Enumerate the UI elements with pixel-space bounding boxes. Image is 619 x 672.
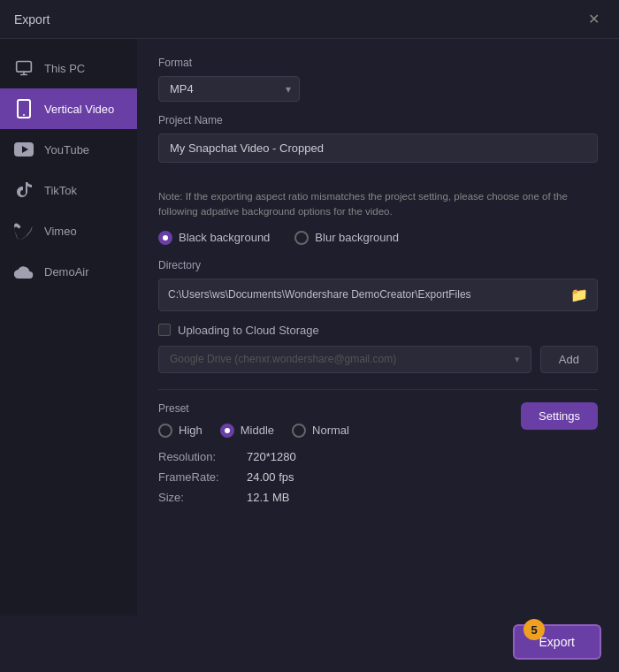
framerate-key: FrameRate: (158, 470, 247, 484)
sidebar-label-vimeo: Vimeo (44, 225, 77, 238)
preset-middle-option[interactable]: Middle (220, 424, 274, 438)
resolution-row: Resolution: 720*1280 (158, 450, 598, 463)
size-value: 12.1 MB (247, 491, 289, 504)
preset-middle-radio[interactable] (220, 424, 234, 438)
settings-button[interactable]: Settings (521, 402, 598, 430)
computer-icon (14, 58, 34, 78)
preset-high-option[interactable]: High (158, 424, 203, 438)
cloud-storage-row: Uploading to Cloud Storage (158, 324, 598, 337)
directory-section: Directory C:\Users\ws\Documents\Wondersh… (158, 259, 598, 311)
sidebar-label-vertical-video: Vertical Video (44, 103, 114, 116)
cloud-drive-row: Google Drive (chenxr.wondershare@gmail.c… (158, 346, 598, 373)
phone-icon (14, 99, 34, 118)
black-background-option[interactable]: Black background (158, 231, 270, 245)
preset-section: Preset High Middle Normal (158, 402, 598, 438)
preset-high-radio[interactable] (158, 424, 172, 438)
blur-background-option[interactable]: Blur background (294, 231, 399, 245)
sidebar-item-tiktok[interactable]: TikTok (0, 170, 137, 210)
cloud-drive-placeholder: Google Drive (chenxr.wondershare@gmail.c… (170, 353, 396, 365)
format-label: Format (158, 57, 598, 69)
cloud-storage-label: Uploading to Cloud Storage (178, 324, 319, 337)
format-select-wrapper: MP4 AVI MOV GIF MP3 ▾ (158, 76, 300, 102)
svg-rect-0 (17, 62, 32, 73)
export-window: Export ✕ This PC Vertical Video (0, 0, 619, 672)
add-button[interactable]: Add (540, 346, 598, 373)
step-badge: 5 (523, 619, 545, 640)
sidebar-label-youtube: YouTube (44, 143, 89, 157)
preset-label: Preset (158, 402, 521, 415)
framerate-value: 24.00 fps (247, 470, 294, 484)
preset-radio-group: High Middle Normal (158, 424, 521, 438)
size-key: Size: (158, 491, 247, 504)
cloud-drive-select[interactable]: Google Drive (chenxr.wondershare@gmail.c… (158, 346, 531, 373)
cloud-icon (14, 262, 34, 281)
sidebar-item-vimeo[interactable]: Vimeo (0, 210, 137, 251)
sidebar-label-this-pc: This PC (44, 62, 85, 75)
svg-point-2 (23, 114, 25, 116)
sidebar: This PC Vertical Video YouTube (0, 39, 137, 615)
info-grid: Resolution: 720*1280 FrameRate: 24.00 fp… (158, 450, 598, 504)
blur-background-radio[interactable] (294, 231, 309, 245)
black-background-radio[interactable] (158, 231, 172, 245)
title-bar: Export ✕ (0, 0, 619, 39)
youtube-icon (14, 140, 34, 159)
directory-path: C:\Users\ws\Documents\Wondershare DemoCr… (168, 288, 570, 301)
blur-background-label: Blur background (315, 231, 399, 244)
sidebar-item-youtube[interactable]: YouTube (0, 129, 137, 170)
content-area: This PC Vertical Video YouTube (0, 39, 619, 615)
background-radio-group: Black background Blur background (158, 231, 598, 245)
project-name-label: Project Name (158, 114, 598, 126)
format-section: Format MP4 AVI MOV GIF MP3 ▾ (158, 57, 598, 102)
preset-normal-option[interactable]: Normal (292, 424, 349, 438)
cloud-storage-checkbox[interactable] (158, 324, 171, 336)
directory-input-wrapper: C:\Users\ws\Documents\Wondershare DemoCr… (158, 279, 598, 311)
framerate-row: FrameRate: 24.00 fps (158, 470, 598, 484)
preset-normal-radio[interactable] (292, 424, 306, 438)
resolution-value: 720*1280 (247, 450, 296, 463)
folder-icon[interactable]: 📁 (570, 286, 588, 303)
project-name-section: Project Name (158, 114, 598, 177)
sidebar-item-demoair[interactable]: DemoAir (0, 251, 137, 292)
main-panel: Format MP4 AVI MOV GIF MP3 ▾ Project Nam… (137, 39, 619, 615)
chevron-down-icon: ▾ (515, 354, 520, 365)
preset-left: Preset High Middle Normal (158, 402, 521, 438)
note-text: Note: If the exporting aspect ratio mism… (158, 189, 598, 220)
project-name-input[interactable] (158, 134, 598, 163)
preset-high-label: High (179, 424, 203, 437)
black-background-label: Black background (179, 231, 270, 244)
sidebar-label-demoair: DemoAir (44, 265, 89, 279)
sidebar-item-this-pc[interactable]: This PC (0, 48, 137, 88)
close-button[interactable]: ✕ (583, 9, 605, 29)
bottom-bar: 5 Export (0, 615, 619, 672)
format-select[interactable]: MP4 AVI MOV GIF MP3 (158, 76, 300, 102)
vimeo-icon (14, 221, 34, 241)
directory-label: Directory (158, 259, 598, 271)
window-title: Export (14, 12, 50, 27)
sidebar-item-vertical-video[interactable]: Vertical Video (0, 88, 137, 129)
preset-normal-label: Normal (312, 424, 349, 437)
big-divider (158, 389, 598, 390)
preset-middle-label: Middle (241, 424, 274, 437)
sidebar-label-tiktok: TikTok (44, 184, 77, 197)
size-row: Size: 12.1 MB (158, 491, 598, 504)
tiktok-icon (14, 180, 34, 200)
resolution-key: Resolution: (158, 450, 247, 463)
